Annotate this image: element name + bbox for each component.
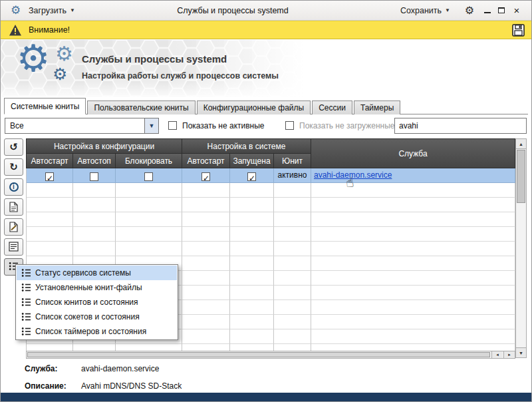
table-cell-empty [116, 198, 182, 212]
table-row-empty [27, 183, 515, 198]
menu-item-installed-unit-files[interactable]: Установленные юнит-файлы [17, 280, 177, 295]
save-menu-button[interactable]: Сохранить▼ [396, 1, 454, 21]
scroll-up-button[interactable]: ▲ [516, 139, 526, 149]
table-cell-empty [116, 242, 182, 256]
column-header-unit: Юнит [274, 154, 311, 168]
horizontal-scrollbar[interactable]: ◂ ▸ [26, 351, 515, 359]
floppy-save-button[interactable] [511, 23, 525, 37]
titlebar: ⚙ Загрузить▼ Службы и процессы systemd С… [1, 1, 531, 21]
load-menu-button[interactable]: Загрузить▼ [25, 1, 79, 21]
autostart-config-checkbox[interactable] [45, 172, 54, 181]
table-cell-empty [274, 315, 311, 329]
running-checkbox[interactable] [247, 172, 256, 181]
autostop-checkbox[interactable] [90, 172, 98, 181]
autostart-system-checkbox[interactable] [201, 172, 210, 181]
table-cell-empty [116, 212, 182, 227]
scroll-right-button[interactable]: ▸ [503, 351, 515, 358]
cell-running [230, 168, 274, 183]
gear-icon: ⚙ [53, 66, 67, 83]
warning-bar: Внимание! [1, 21, 531, 39]
table-cell-empty [182, 344, 230, 351]
show-inactive-checkbox[interactable] [168, 121, 177, 130]
tab-system-units[interactable]: Системные юниты [4, 98, 86, 114]
service-link[interactable]: avahi-daemon.service [311, 168, 515, 182]
table-cell-empty [311, 212, 515, 227]
vertical-scrollbar[interactable]: ▲ ▼ [515, 138, 527, 358]
table-cell-empty [116, 183, 182, 198]
table-row-empty [27, 344, 515, 351]
table-cell-empty [230, 271, 274, 286]
table-cell-empty [27, 242, 73, 256]
column-header-autostart-system: Автостарт [182, 154, 230, 168]
table-cell-empty [311, 256, 515, 271]
table-cell-empty [274, 198, 311, 212]
table-row-empty [27, 242, 515, 256]
table-cell-empty [116, 344, 182, 351]
table-cell-empty [311, 271, 515, 286]
table-cell-empty [27, 183, 73, 198]
table-cell-empty [274, 183, 311, 198]
menu-item-services-status[interactable]: Статус сервисов системы [17, 266, 177, 280]
document-button[interactable] [4, 198, 23, 216]
refresh-icon: ↻ [9, 159, 18, 174]
document-edit-button[interactable] [4, 218, 23, 236]
refresh-button[interactable]: ↻ [4, 158, 23, 176]
table-cell-empty [311, 344, 515, 351]
log-view-button[interactable] [4, 238, 23, 256]
show-unloaded-checkbox[interactable] [285, 121, 294, 130]
log-icon [9, 242, 19, 252]
table-cell-empty [230, 198, 274, 212]
vertical-scrollbar-thumb[interactable] [517, 150, 525, 203]
tab-sessions[interactable]: Сессии [312, 100, 352, 114]
close-button[interactable]: × [511, 5, 522, 16]
info-button[interactable]: i [4, 178, 23, 196]
table-cell-empty [182, 271, 230, 286]
tab-timers[interactable]: Таймеры [354, 100, 400, 114]
group-header-config: Настройка в конфигурации [27, 139, 182, 154]
scroll-left-button[interactable]: ◂ [491, 351, 503, 358]
unit-filter-dropdown[interactable]: Все ▼ [5, 118, 159, 134]
horizontal-scrollbar-thumb[interactable] [27, 352, 490, 357]
cell-autostop [73, 168, 116, 183]
maximize-icon [498, 7, 505, 13]
column-header-block: Блокировать [116, 154, 182, 168]
service-label: Служба: [25, 364, 58, 373]
history-button[interactable]: ↺ [4, 138, 23, 156]
settings-gear-button[interactable]: ⚙ [465, 4, 474, 17]
table-cell-empty [274, 227, 311, 242]
cell-autostart-config [27, 168, 73, 183]
block-checkbox[interactable] [144, 172, 153, 181]
table-row-avahi[interactable]: активно avahi-daemon.service [27, 168, 515, 183]
chevron-down-icon: ▼ [445, 7, 450, 13]
page-header: ⚙ ⚙ ⚙ Службы и процессы systemd Настройк… [1, 40, 531, 97]
table-cell-empty [311, 227, 515, 242]
menu-item-label: Список сокетов и состояния [35, 312, 140, 321]
table-cell-empty [230, 344, 274, 351]
menu-item-units-list[interactable]: Список юнитов и состояния [17, 295, 177, 309]
maximize-button[interactable] [496, 5, 507, 16]
document-edit-icon [9, 222, 18, 232]
service-value: avahi-daemon.service [81, 364, 159, 373]
column-header-running: Запущена [230, 154, 274, 168]
minimize-button[interactable] [482, 5, 493, 16]
description-value: Avahi mDNS/DNS SD-Stack [81, 381, 182, 391]
table-row-empty [27, 212, 515, 227]
scroll-down-button[interactable]: ▼ [516, 347, 526, 357]
table-cell-empty [182, 300, 230, 315]
history-icon: ↺ [9, 139, 18, 154]
gear-icon: ⚙ [17, 40, 50, 77]
column-header-autostart-config: Автостарт [27, 154, 73, 168]
menu-item-sockets-list[interactable]: Список сокетов и состояния [17, 309, 177, 324]
table-row-empty [27, 227, 515, 242]
menu-item-timers-list[interactable]: Список таймеров и состояния [17, 324, 177, 339]
table-cell-empty [274, 256, 311, 271]
table-cell-empty [182, 212, 230, 227]
table-cell-empty [27, 227, 73, 242]
table-cell-empty [230, 315, 274, 329]
gear-icon: ⚙ [55, 44, 73, 64]
warning-icon [9, 24, 22, 37]
tab-user-units[interactable]: Пользовательские юниты [87, 100, 195, 114]
table-cell-empty [73, 198, 116, 212]
tab-config-files[interactable]: Конфигурационные файлы [197, 100, 311, 114]
search-input[interactable] [394, 118, 527, 134]
